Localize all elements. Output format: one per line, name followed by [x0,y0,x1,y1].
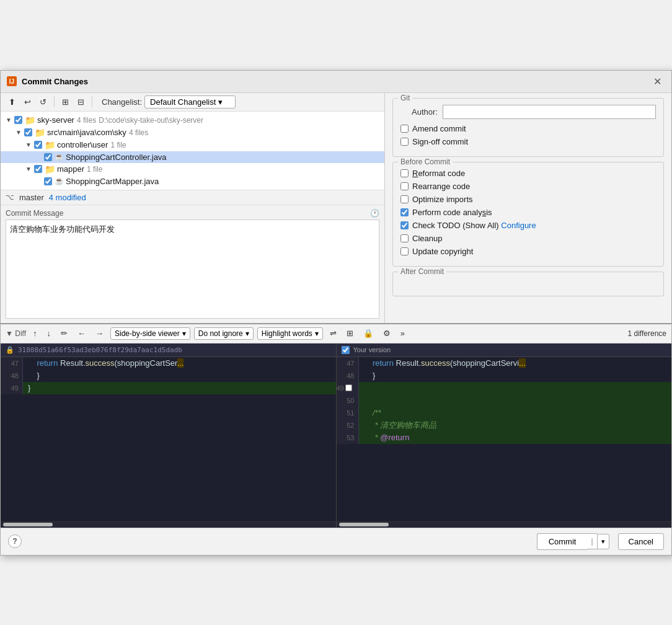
ignore-dropdown-value: Do not ignore [198,329,243,338]
tree-item-controller[interactable]: ▼ 📁 controller\user 1 file [1,139,384,151]
diff-section: ▼ Diff ↑ ↓ ✏ ← → Side-by-side viewer ▾ D… [1,323,671,528]
optimize-imports-checkbox[interactable] [400,195,409,203]
check-todo-checkbox[interactable] [400,221,409,229]
tree-checkbox-shopping-cart-mapper[interactable] [44,177,52,185]
commit-changes-dialog: IJ Commit Changes ✕ ⬆ ↩ ↺ ⊞ ⊟ Changelist… [0,70,672,556]
sign-off-commit-label: Sign-off commit [412,137,468,146]
diff-settings-button[interactable]: ⚙ [380,327,394,339]
tree-item-mapper[interactable]: ▼ 📁 mapper 1 file [1,163,384,175]
tree-checkbox-mapper[interactable] [34,165,42,173]
expand-button[interactable]: ⊞ [59,95,72,109]
diff-edit-button[interactable]: ✏ [58,327,71,339]
diff-right-scroll-thumb[interactable] [339,523,389,526]
sign-off-commit-checkbox[interactable] [400,138,409,146]
tree-checkbox-controller[interactable] [34,141,42,149]
highlight-dropdown-arrow: ▾ [315,329,319,338]
rearrange-code-label: Rearrange code [412,182,470,191]
perform-analysis-row[interactable]: Perform code analysis [400,208,656,217]
rearrange-code-row[interactable]: Rearrange code [400,182,656,191]
sign-off-commit-row[interactable]: Sign-off commit [400,137,656,146]
diff-line-47-right: 47 return Result.success(shoppingCartSer… [337,357,672,370]
diff-left-panel[interactable]: 🔒 31808d51a66f53ad3eb076f8f29da7aac1d5da… [1,344,337,528]
diff-left-button[interactable]: ← [74,327,89,339]
collapse-button[interactable]: ⊟ [74,95,87,109]
lock-icon: 🔒 [6,346,14,354]
after-commit-section: After Commit [392,272,664,296]
app-icon: IJ [7,76,17,86]
update-copyright-row[interactable]: Update copyright [400,247,656,256]
close-button[interactable]: ✕ [650,74,665,89]
configure-link[interactable]: Configure [501,221,536,230]
diff-lock-button[interactable]: 🔒 [360,327,376,339]
diff-right-panel[interactable]: Your version 47 return Result.success(sh… [337,344,672,528]
diff-line-content-47-right: return Result.success(shoppingCartServi.… [359,357,672,370]
diff-columns-button[interactable]: ⊞ [343,327,356,339]
tree-arrow-mapper: ▼ [25,166,33,172]
cleanup-row[interactable]: Cleanup [400,234,656,243]
rearrange-code-checkbox[interactable] [400,182,409,190]
undo-button[interactable]: ↩ [21,95,34,109]
git-section: Git Author: Amend commit Sign-off commit [392,98,664,157]
diff-line-49-right: 49 [337,382,672,394]
reformat-code-checkbox[interactable] [400,169,409,177]
viewer-dropdown-value: Side-by-side viewer [115,329,180,338]
tree-checkbox-shopping-cart-controller[interactable] [44,153,52,161]
diff-line-content-47-left: return Result.success(shoppingCartSer... [23,357,336,370]
diff-line-num-53-right: 53 [337,432,359,444]
diff-prev-button[interactable]: ↑ [30,327,40,339]
check-todo-row[interactable]: Check TODO (Show All) Configure [400,221,656,230]
commit-button[interactable]: Commit [537,533,588,550]
optimize-imports-row[interactable]: Optimize imports [400,195,656,204]
author-input[interactable] [443,105,656,119]
line-49-checkbox[interactable] [345,384,352,391]
diff-next-button[interactable]: ↓ [44,327,55,339]
diff-line-53-right: 53 * @return [337,432,672,444]
diff-right-empty [337,444,672,521]
diff-more-button[interactable]: » [397,327,408,339]
cancel-button[interactable]: Cancel [618,533,664,550]
before-commit-title: Before Commit [398,157,453,166]
cleanup-checkbox[interactable] [400,234,409,242]
before-commit-section: Before Commit Reformat code Rearrange co… [392,162,664,267]
refresh-button[interactable]: ↺ [37,95,50,109]
tree-label-controller: controller\user [57,140,108,149]
diff-right-scrollbar[interactable] [337,521,672,528]
tree-path-sky-server: D:\code\sky-take-out\sky-server [99,116,203,125]
arrow-up-button[interactable]: ⬆ [6,95,19,109]
commit-button-group: Commit | ▾ [537,533,609,550]
ignore-dropdown[interactable]: Do not ignore ▾ [194,327,254,340]
reformat-code-label: Reformat code [412,169,465,178]
perform-analysis-checkbox[interactable] [400,208,409,216]
changelist-arrow-icon: ▾ [218,97,223,107]
amend-commit-row[interactable]: Amend commit [400,124,656,133]
diff-line-num-48-right: 48 [337,370,359,382]
diff-left-scrollbar[interactable] [1,521,336,528]
file-tree[interactable]: ▼ 📁 sky-server 4 files D:\code\sky-take-… [1,112,384,190]
diff-line-num-47-right: 47 [337,357,359,370]
author-label: Author: [400,107,438,117]
update-copyright-checkbox[interactable] [400,247,409,255]
reformat-code-row[interactable]: Reformat code [400,169,656,178]
commit-dropdown-button[interactable]: ▾ [597,534,609,549]
diff-right-button[interactable]: → [92,327,107,339]
diff-sync-button[interactable]: ⇌ [327,327,340,339]
perform-analysis-label: Perform code analysis [412,208,492,217]
tree-item-shopping-cart-controller[interactable]: ☕ ShoppingCartController.java [1,151,384,163]
tree-item-sky-server[interactable]: ▼ 📁 sky-server 4 files D:\code\sky-take-… [1,114,384,126]
tree-arrow-sky-server: ▼ [6,117,13,123]
tree-checkbox-sky-server[interactable] [14,116,22,124]
amend-commit-checkbox[interactable] [400,125,409,133]
optimize-imports-label: Optimize imports [412,195,473,204]
highlight-dropdown[interactable]: Highlight words ▾ [257,327,323,340]
tree-item-src[interactable]: ▼ 📁 src\main\java\com\sky 4 files [1,126,384,139]
help-button[interactable]: ? [8,534,22,548]
tree-item-shopping-cart-mapper[interactable]: ☕ ShoppingCartMapper.java [1,175,384,187]
changelist-label: Changelist: [102,97,142,107]
diff-left-scroll-thumb[interactable] [3,523,53,526]
tree-checkbox-src[interactable] [24,128,32,136]
viewer-dropdown[interactable]: Side-by-side viewer ▾ [110,327,190,340]
commit-message-textarea[interactable]: 清空购物车业务功能代码开发 [6,219,379,319]
your-version-checkbox[interactable] [342,346,350,354]
toolbar: ⬆ ↩ ↺ ⊞ ⊟ Changelist: Default Changelist… [1,93,384,112]
changelist-dropdown[interactable]: Default Changelist ▾ [144,95,236,109]
